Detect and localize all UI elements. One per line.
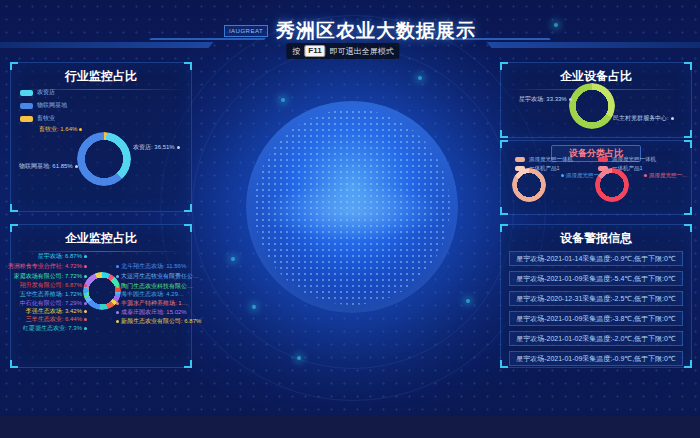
- legend-item[interactable]: 畜牧业: [20, 114, 67, 123]
- panel-device-class: 设备分类占比 温湿度光照一体机 一体机产品1 温湿度光照一体机 一体机产品1: [500, 140, 692, 215]
- panel-device-ratio: 企业设备占比 星宇农场: 33.33%民主村党群服务中心:: [500, 62, 692, 138]
- panel-title: 行业监控占比: [11, 63, 191, 85]
- chart-label: 秀洲粮食专业合作社: 4.72%: [8, 262, 87, 270]
- globe: [246, 101, 458, 313]
- panel-title: 设备警报信息: [501, 225, 691, 247]
- legend-label: 畜牧业: [37, 114, 55, 123]
- legend-label: 温湿度光照一体机: [529, 156, 573, 163]
- chart-label: 五华生态养殖场: 1.72%: [20, 290, 87, 298]
- title-divider: [17, 251, 185, 252]
- alarm-row: 星宇农场-2021-01-02采集温度:-2.0℃,低于下限:0℃: [509, 331, 683, 346]
- legend-label: 物联网基地: [37, 101, 67, 110]
- chart-label: 民主村党群服务中心:: [613, 114, 674, 123]
- alarm-list: 星宇农场-2021-01-14采集温度:-0.9℃,低于下限:0℃星宇农场-20…: [509, 251, 683, 371]
- legend-label: 农资店: [37, 88, 55, 97]
- glow-dot: [418, 76, 422, 80]
- chart-label: 农资店: 36.51%: [133, 143, 180, 152]
- alarm-row: 星宇农场-2020-12-31采集温度:-2.5℃,低于下限:0℃: [509, 291, 683, 306]
- alarm-row: 星宇农场-2021-01-09采集温度:-5.4℃,低于下限:0℃: [509, 271, 683, 286]
- legend-swatch: [20, 116, 33, 122]
- industry-donut-chart[interactable]: [77, 132, 131, 186]
- chart-label: 中石化有限公司: 7.29%: [20, 299, 87, 307]
- panel-title: 企业监控占比: [11, 225, 191, 247]
- chart-label: 陶门生态农业科技有限公…: [116, 282, 193, 290]
- glow-dot: [297, 356, 301, 360]
- legend-swatch: [20, 90, 33, 96]
- chart-label: 新颜生态农业有限公司: 6.87%: [116, 317, 201, 325]
- glow-dot: [466, 299, 470, 303]
- chart-label: 红菱塘生态农业: 7.3%: [23, 324, 87, 332]
- chart-label: 温湿度光照一…: [644, 172, 688, 179]
- chart-label: 翔升发有限公司: 6.87%: [20, 281, 87, 289]
- chart-label: 大运河生态牧业有限责任公…: [116, 272, 199, 280]
- legend-swatch: [20, 103, 33, 109]
- logo-badge: IAUGREAT: [224, 25, 268, 37]
- alarm-row: 星宇农场-2021-01-14采集温度:-0.9℃,低于下限:0℃: [509, 251, 683, 266]
- f11-keycap: F11: [304, 45, 325, 57]
- dashboard: IAUGREAT 秀洲区农业大数据展示 按 F11 即可退出全屏模式 行业监控占…: [0, 0, 700, 438]
- industry-legend: 农资店 物联网基地 畜牧业: [20, 88, 67, 127]
- chart-label: 温湿度光照一…: [561, 172, 605, 179]
- glow-dot: [231, 257, 235, 261]
- glow-dot: [252, 305, 256, 309]
- chart-label: 星宇农场: 33.33%: [519, 95, 572, 104]
- legend-item[interactable]: 农资店: [20, 88, 67, 97]
- header: IAUGREAT 秀洲区农业大数据展示: [0, 18, 700, 44]
- page-title: 秀洲区农业大数据展示: [276, 18, 476, 44]
- chart-label: 北斗翔生态农场: 11.56%: [116, 262, 186, 270]
- panel-device-alarms: 设备警报信息 星宇农场-2021-01-14采集温度:-0.9℃,低于下限:0℃…: [500, 224, 692, 368]
- chart-label: 成泰庄园农庄地: 15.02%: [116, 308, 187, 316]
- legend-swatch: [598, 157, 608, 162]
- tip-prefix: 按: [292, 46, 300, 57]
- alarm-row: 星宇农场-2021-01-09采集温度:-0.9℃,低于下限:0℃: [509, 351, 683, 366]
- glow-dot: [281, 98, 285, 102]
- fullscreen-tip: 按 F11 即可退出全屏模式: [286, 43, 399, 59]
- chart-label: 星宇农场: 6.87%: [38, 252, 87, 260]
- device-ratio-donut-chart[interactable]: [569, 83, 615, 129]
- device-class-donut-left[interactable]: [512, 168, 546, 202]
- legend-swatch: [515, 157, 525, 162]
- panel-enterprise-monitor: 企业监控占比 星宇农场: 6.87%秀洲粮食专业合作社: 4.72%家庭农场有限…: [10, 224, 192, 368]
- chart-label: 李强生态农场: 3.42%: [26, 307, 87, 315]
- chart-label: 海丰园生态农场: 4.29…: [116, 290, 184, 298]
- legend-item[interactable]: 温湿度光照一体机: [515, 156, 573, 163]
- tip-suffix: 即可退出全屏模式: [330, 46, 394, 57]
- globe-highlight-band: [259, 182, 446, 241]
- chart-label: 三羊生态农业: 6.44%: [26, 315, 87, 323]
- panel-industry-monitor: 行业监控占比 农资店 物联网基地 畜牧业 畜牧业: 1.64%农资店: 36.5…: [10, 62, 192, 212]
- footer-bar: [0, 416, 700, 438]
- panel-title: 企业设备占比: [501, 63, 691, 85]
- alarm-row: 星宇农场-2021-01-09采集温度:-3.8℃,低于下限:0℃: [509, 311, 683, 326]
- legend-item[interactable]: 物联网基地: [20, 101, 67, 110]
- legend-item[interactable]: 温湿度光照一体机: [598, 156, 656, 163]
- enterprise-donut-chart[interactable]: [83, 272, 121, 310]
- chart-label: 丰源水产特种养殖场: 1…: [116, 299, 188, 307]
- chart-label: 物联网基地: 61.85%: [19, 162, 78, 171]
- legend-label: 温湿度光照一体机: [612, 156, 656, 163]
- chart-label: 家庭农场有限公司: 7.72%: [14, 272, 87, 280]
